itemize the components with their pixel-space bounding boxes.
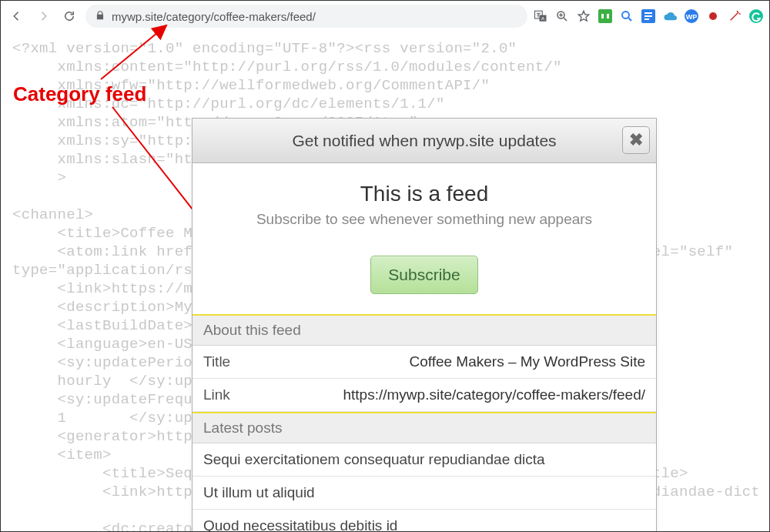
- subscribe-button[interactable]: Subscribe: [370, 256, 477, 294]
- browser-toolbar: mywp.site/category/coffee-makers/feed/ A…: [1, 1, 769, 32]
- svg-text:WP: WP: [686, 13, 698, 21]
- ext-wp-icon[interactable]: WP: [685, 9, 698, 23]
- lock-icon: [95, 10, 105, 23]
- ext-wand-icon[interactable]: [728, 9, 742, 23]
- feed-link-value: https://mywp.site/category/coffee-makers…: [343, 386, 646, 403]
- about-feed-heading: About this feed: [192, 314, 656, 346]
- ext-search-icon[interactable]: [620, 9, 634, 23]
- zoom-icon[interactable]: [555, 9, 569, 23]
- post-item[interactable]: Sequi exercitationem consequatur repudia…: [192, 443, 656, 477]
- close-icon: ✖: [629, 130, 643, 150]
- svg-rect-4: [598, 9, 612, 23]
- dialog-intro: This is a feed Subscribe to see whenever…: [192, 163, 656, 239]
- feed-title-key: Title: [203, 353, 230, 370]
- feed-link-key: Link: [203, 386, 230, 403]
- latest-posts-heading: Latest posts: [192, 412, 656, 443]
- post-item[interactable]: Quod necessitatibus debitis id: [192, 510, 656, 532]
- forward-button[interactable]: [33, 6, 53, 26]
- svg-rect-11: [644, 18, 649, 20]
- svg-point-7: [622, 12, 629, 18]
- translate-icon[interactable]: A: [534, 9, 547, 23]
- svg-rect-10: [644, 15, 652, 17]
- svg-rect-6: [607, 14, 609, 18]
- ext-rec-icon[interactable]: [706, 9, 720, 23]
- dialog-title: This is a feed: [208, 182, 641, 206]
- dialog-subtitle: Subscribe to see whenever something new …: [208, 211, 641, 228]
- star-icon[interactable]: [577, 9, 591, 23]
- ext-cloud-icon[interactable]: [663, 9, 677, 23]
- reload-button[interactable]: [59, 6, 79, 26]
- ext-green-icon[interactable]: [598, 9, 612, 23]
- svg-rect-5: [601, 14, 604, 18]
- dialog-header: Get notified when mywp.site updates ✖: [192, 119, 656, 163]
- post-item[interactable]: Ut illum ut aliquid: [192, 477, 656, 510]
- arrow-left-icon: [10, 9, 24, 23]
- feed-title-row: Title Coffee Makers – My WordPress Site: [192, 346, 656, 379]
- close-button[interactable]: ✖: [622, 126, 650, 154]
- url-text: mywp.site/category/coffee-makers/feed/: [112, 10, 316, 23]
- address-bar[interactable]: mywp.site/category/coffee-makers/feed/: [85, 5, 527, 28]
- extension-area: A WP: [534, 9, 763, 23]
- svg-text:A: A: [541, 16, 544, 21]
- reload-icon: [62, 9, 76, 23]
- annotation-label: Category feed: [13, 82, 146, 106]
- ext-grammarly-icon[interactable]: [749, 9, 763, 23]
- dialog-header-text: Get notified when mywp.site updates: [292, 132, 556, 150]
- feed-link-row: Link https://mywp.site/category/coffee-m…: [192, 379, 656, 412]
- feed-dialog: Get notified when mywp.site updates ✖ Th…: [192, 118, 657, 532]
- back-button[interactable]: [7, 6, 27, 26]
- ext-docs-icon[interactable]: [641, 9, 655, 23]
- svg-point-14: [709, 12, 717, 20]
- svg-rect-9: [644, 12, 652, 14]
- feed-title-value: Coffee Makers – My WordPress Site: [409, 353, 645, 370]
- arrow-right-icon: [36, 9, 50, 23]
